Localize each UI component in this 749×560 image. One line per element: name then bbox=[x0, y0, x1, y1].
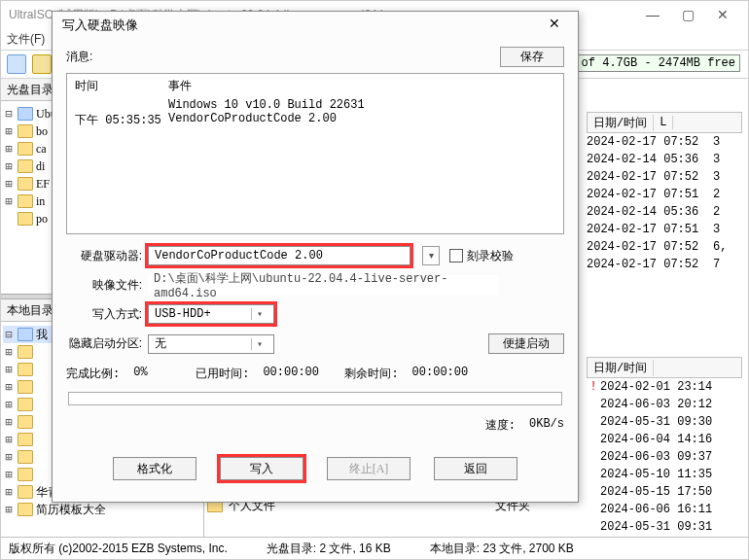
tree-item[interactable]: ca bbox=[36, 142, 47, 157]
capacity-bar: % of 4.7GB - 2474MB free bbox=[562, 54, 740, 72]
tree-item[interactable]: bo bbox=[36, 124, 48, 139]
dialog-titlebar: 写入硬盘映像 ✕ bbox=[53, 12, 578, 39]
cell: 2024-02-17 07:51 bbox=[587, 188, 713, 201]
toolbar-new-icon[interactable] bbox=[7, 54, 26, 74]
status-discdir: 光盘目录: 2 文件, 16 KB bbox=[267, 541, 391, 557]
save-button[interactable]: 保存 bbox=[500, 47, 564, 67]
image-file-label: 映像文件: bbox=[66, 277, 142, 294]
cell: 3 bbox=[713, 153, 720, 166]
write-method-combo[interactable]: USB-HDD+ ▾ bbox=[148, 304, 274, 324]
file-list-top[interactable]: 日期/时间L 2024-02-17 07:523 2024-02-14 05:3… bbox=[587, 112, 742, 273]
hidden-boot-combo[interactable]: 无 ▾ bbox=[148, 334, 274, 354]
log-time bbox=[75, 98, 168, 112]
back-button[interactable]: 返回 bbox=[434, 457, 517, 480]
cell: 2024-05-31 09:30 bbox=[600, 415, 727, 429]
log-event: Windows 10 v10.0 Build 22631 bbox=[168, 98, 365, 112]
cell: 7 bbox=[713, 258, 720, 271]
image-file-path: D:\桌面\科学上网\ubuntu-22.04.4-live-server-am… bbox=[148, 275, 498, 295]
cell: 2024-06-04 14:16 bbox=[600, 433, 727, 446]
cell: 2024-02-17 07:51 bbox=[587, 223, 713, 236]
copyright: 版权所有 (c)2002-2015 EZB Systems, Inc. bbox=[9, 541, 228, 557]
close-button[interactable]: ✕ bbox=[705, 7, 740, 22]
tree-item[interactable]: po bbox=[36, 212, 48, 227]
tree-item[interactable]: 简历模板大全 bbox=[36, 502, 106, 518]
tree-root[interactable]: 我 bbox=[36, 327, 48, 343]
log-event: VendorCoProductCode 2.00 bbox=[168, 112, 337, 128]
status-localdir: 本地目录: 23 文件, 2700 KB bbox=[430, 541, 574, 557]
maximize-button[interactable]: ▢ bbox=[670, 7, 705, 22]
verify-label: 刻录校验 bbox=[467, 248, 514, 264]
verify-checkbox[interactable]: 刻录校验 bbox=[449, 248, 514, 264]
drive-label: 硬盘驱动器: bbox=[66, 248, 142, 264]
write-method-value: USB-HDD+ bbox=[155, 307, 251, 321]
percent-label: 完成比例: bbox=[66, 366, 120, 382]
percent-value: 0% bbox=[133, 366, 182, 382]
main-window: UltraISO (试用版) - D:\桌面\科学上网\ubuntu-22.04… bbox=[0, 0, 749, 560]
disk-drive-combo[interactable]: VendorCoProductCode 2.00 bbox=[148, 246, 410, 265]
abort-button[interactable]: 终止[A] bbox=[327, 457, 410, 480]
log-col-time: 时间 bbox=[75, 78, 168, 94]
cell: 2024-02-17 07:52 bbox=[587, 258, 713, 271]
hidden-boot-label: 隐藏启动分区: bbox=[66, 335, 142, 352]
cell: 3 bbox=[713, 170, 720, 184]
write-disk-image-dialog: 写入硬盘映像 ✕ 消息: 保存 时间 事件 Windows 10 v10.0 B… bbox=[52, 11, 579, 503]
elapsed-label: 已用时间: bbox=[196, 366, 249, 382]
format-button[interactable]: 格式化 bbox=[113, 457, 196, 480]
bottom-file-strip: 个人文件文件夹 bbox=[207, 497, 742, 536]
write-button[interactable]: 写入 bbox=[220, 457, 303, 480]
quick-boot-button[interactable]: 便捷启动 bbox=[488, 333, 564, 354]
speed-label: 速度: bbox=[485, 417, 516, 434]
col-l[interactable]: L bbox=[654, 116, 673, 129]
cell: 3 bbox=[713, 223, 720, 236]
toolbar-open-icon[interactable] bbox=[32, 54, 52, 74]
dialog-title: 写入硬盘映像 bbox=[62, 17, 138, 34]
cell: 2024-02-01 23:14 bbox=[600, 380, 727, 394]
cell: 2 bbox=[713, 205, 720, 219]
drive-dropdown-icon[interactable]: ▾ bbox=[422, 246, 440, 265]
message-label: 消息: bbox=[66, 49, 115, 65]
log-time: 下午 05:35:35 bbox=[75, 112, 168, 128]
menu-file[interactable]: 文件(F) bbox=[7, 31, 45, 48]
tree-item[interactable]: in bbox=[36, 194, 45, 209]
dialog-close-button[interactable]: ✕ bbox=[541, 16, 568, 35]
write-method-label: 写入方式: bbox=[66, 306, 142, 323]
tree-item[interactable]: di bbox=[36, 159, 45, 174]
cell: 2024-02-14 05:36 bbox=[587, 205, 713, 219]
speed-value: 0KB/s bbox=[529, 417, 564, 434]
col-date[interactable]: 日期/时间 bbox=[588, 360, 654, 376]
log-list[interactable]: 时间 事件 Windows 10 v10.0 Build 22631 下午 05… bbox=[66, 73, 564, 234]
cell: 2 bbox=[713, 188, 720, 201]
disk-drive-value: VendorCoProductCode 2.00 bbox=[155, 249, 404, 262]
cell: 2024-02-17 07:52 bbox=[587, 135, 713, 149]
hidden-boot-value: 无 bbox=[155, 335, 251, 352]
cell: 2024-02-14 05:36 bbox=[587, 153, 713, 166]
cell: 2024-05-10 11:35 bbox=[600, 468, 727, 481]
chevron-down-icon: ▾ bbox=[251, 338, 268, 350]
cell: 2024-02-17 07:52 bbox=[587, 240, 713, 254]
elapsed-value: 00:00:00 bbox=[263, 366, 331, 382]
cell: ! bbox=[587, 380, 600, 394]
progress-bar bbox=[68, 392, 562, 405]
cell: 2024-02-17 07:52 bbox=[587, 170, 713, 184]
cell: 2024-06-03 09:37 bbox=[600, 450, 727, 464]
cell: 6, bbox=[713, 240, 727, 254]
col-date[interactable]: 日期/时间 bbox=[588, 115, 654, 131]
chevron-down-icon: ▾ bbox=[251, 308, 268, 320]
tree-item[interactable]: EF bbox=[36, 177, 50, 192]
minimize-button[interactable]: — bbox=[635, 7, 670, 22]
status-bar: 版权所有 (c)2002-2015 EZB Systems, Inc. 光盘目录… bbox=[1, 537, 748, 559]
cell: 2024-06-03 20:12 bbox=[600, 398, 727, 411]
remain-label: 剩余时间: bbox=[344, 366, 398, 382]
cell: 3 bbox=[713, 135, 720, 149]
remain-value: 00:00:00 bbox=[412, 366, 469, 382]
log-col-event: 事件 bbox=[168, 78, 192, 94]
